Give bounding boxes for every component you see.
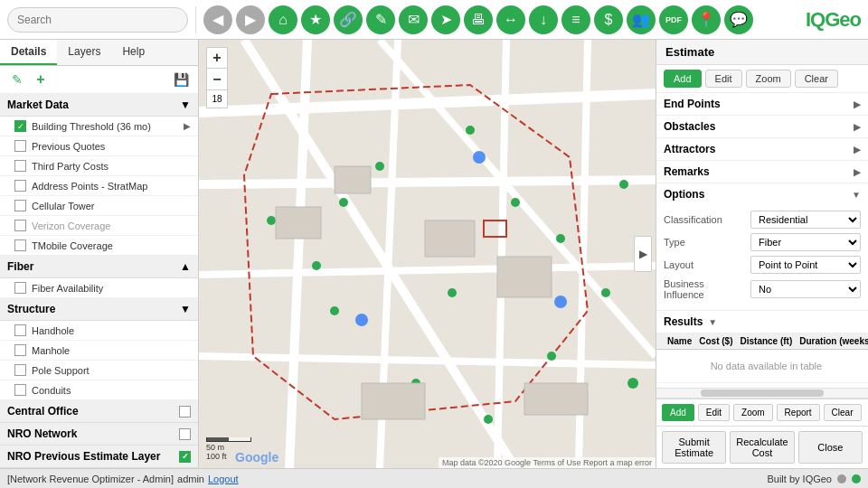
clear-result-button[interactable]: Clear bbox=[824, 404, 862, 421]
status-right: Built by IQGeo bbox=[767, 474, 861, 484]
edit-result-button[interactable]: Edit bbox=[698, 404, 730, 421]
checkbox-fiber-avail[interactable] bbox=[14, 282, 26, 294]
edit-layer-button[interactable]: ✎ bbox=[7, 70, 27, 89]
home-button[interactable]: ⌂ bbox=[269, 5, 297, 34]
results-table: Name Cost ($) Distance (ft) Duration (we… bbox=[656, 333, 868, 388]
share-button[interactable]: ↔ bbox=[496, 5, 525, 34]
layer-prev-quotes: Previous Quotes bbox=[0, 136, 198, 156]
layer-building-threshold: ✓ Building Threshold (36 mo) ▶ bbox=[0, 117, 198, 136]
checkbox-central-office[interactable] bbox=[179, 406, 191, 418]
remarks-header[interactable]: Remarks ▶ bbox=[656, 161, 868, 183]
tab-help[interactable]: Help bbox=[111, 40, 156, 65]
nro-prev-estimate-header[interactable]: NRO Previous Estimate Layer ✓ bbox=[0, 446, 198, 468]
save-layer-button[interactable]: 💾 bbox=[171, 70, 191, 89]
svg-point-17 bbox=[601, 288, 610, 297]
layout-select[interactable]: Point to Point Hub and Spoke bbox=[750, 256, 861, 274]
users-button[interactable]: 👥 bbox=[627, 5, 656, 34]
type-label: Type bbox=[664, 237, 745, 248]
options-label: Options bbox=[664, 188, 704, 201]
nro-network-label: NRO Network bbox=[7, 427, 77, 440]
edit-estimate-button[interactable]: Edit bbox=[705, 70, 742, 88]
menu-button[interactable]: ≡ bbox=[561, 5, 590, 34]
checkbox-tmobile[interactable] bbox=[14, 239, 26, 251]
message-button[interactable]: ✉ bbox=[399, 5, 428, 34]
label-address-points: Address Points - StratMap bbox=[32, 181, 191, 192]
label-handhole: Handhole bbox=[32, 325, 191, 336]
map-area[interactable]: + − 18 ▶ 50 m 100 ft Map data ©2020 Goog… bbox=[199, 40, 656, 468]
svg-point-25 bbox=[339, 198, 348, 207]
market-data-header[interactable]: Market Data ▼ bbox=[0, 94, 198, 117]
link-button[interactable]: 🔗 bbox=[334, 5, 363, 34]
remarks-label: Remarks bbox=[664, 165, 710, 178]
classification-select[interactable]: Residential Commercial bbox=[750, 211, 861, 229]
map-nav-button[interactable]: ▶ bbox=[634, 236, 652, 272]
logo-area: IQGeo bbox=[806, 8, 861, 32]
add-result-button[interactable]: Add bbox=[662, 404, 694, 421]
checkbox-pole-support[interactable] bbox=[14, 364, 26, 376]
central-office-header[interactable]: Central Office bbox=[0, 400, 198, 423]
svg-rect-33 bbox=[362, 383, 425, 419]
business-influence-select[interactable]: No Yes bbox=[750, 280, 861, 298]
col-distance[interactable]: Distance (ft) bbox=[736, 333, 796, 350]
checkbox-verizon[interactable] bbox=[14, 220, 26, 231]
nro-prev-estimate-section: NRO Previous Estimate Layer ✓ ✓ NRO Queu… bbox=[0, 446, 198, 468]
location-button[interactable]: 📍 bbox=[692, 5, 721, 34]
submit-estimate-button[interactable]: Submit Estimate bbox=[662, 431, 726, 464]
nro-network-section: NRO Network bbox=[0, 423, 198, 446]
checkbox-address-points[interactable] bbox=[14, 180, 26, 192]
report-result-button[interactable]: Report bbox=[777, 404, 820, 421]
tab-details[interactable]: Details bbox=[0, 40, 57, 65]
chat-button[interactable]: 💬 bbox=[724, 5, 753, 34]
checkbox-nro-prev-estimate[interactable]: ✓ bbox=[179, 451, 191, 463]
dollar-button[interactable]: $ bbox=[594, 5, 623, 34]
expand-building-threshold[interactable]: ▶ bbox=[184, 121, 191, 131]
checkbox-building-threshold[interactable]: ✓ bbox=[14, 120, 26, 132]
obstacles-header[interactable]: Obstacles ▶ bbox=[656, 116, 868, 137]
print-button[interactable]: 🖶 bbox=[464, 5, 493, 34]
col-name[interactable]: Name bbox=[664, 333, 695, 350]
zoom-result-button[interactable]: Zoom bbox=[733, 404, 773, 421]
nro-network-header[interactable]: NRO Network bbox=[0, 423, 198, 446]
navigate-button[interactable]: ➤ bbox=[431, 5, 460, 34]
col-cost[interactable]: Cost ($) bbox=[695, 333, 736, 350]
zoom-out-button[interactable]: − bbox=[206, 69, 228, 90]
checkbox-prev-quotes[interactable] bbox=[14, 140, 26, 152]
recalculate-cost-button[interactable]: Recalculate Cost bbox=[730, 431, 794, 464]
type-select[interactable]: Fiber Copper bbox=[750, 233, 861, 251]
edit-button[interactable]: ✎ bbox=[366, 5, 395, 34]
svg-point-23 bbox=[484, 415, 493, 424]
map-svg bbox=[199, 40, 656, 468]
add-layer-button[interactable]: + bbox=[31, 70, 51, 89]
search-input[interactable] bbox=[7, 7, 188, 33]
checkbox-handhole[interactable] bbox=[14, 324, 26, 336]
results-header[interactable]: Results ▼ bbox=[656, 311, 868, 333]
close-button[interactable]: Close bbox=[798, 431, 863, 464]
forward-button[interactable]: ▶ bbox=[236, 5, 265, 34]
checkbox-manhole[interactable] bbox=[14, 344, 26, 356]
back-button[interactable]: ◀ bbox=[203, 5, 232, 34]
svg-point-13 bbox=[511, 198, 520, 207]
checkbox-third-party[interactable] bbox=[14, 160, 26, 172]
pdf-button[interactable]: PDF bbox=[659, 5, 688, 34]
label-manhole: Manhole bbox=[32, 345, 191, 356]
download-button[interactable]: ↓ bbox=[529, 5, 558, 34]
structure-header[interactable]: Structure ▼ bbox=[0, 298, 198, 321]
endpoints-header[interactable]: End Points ▶ bbox=[656, 93, 868, 115]
col-duration[interactable]: Duration (weeks) bbox=[796, 333, 868, 350]
add-estimate-button[interactable]: Add bbox=[664, 70, 702, 88]
layer-tmobile: TMobile Coverage bbox=[0, 236, 198, 256]
fiber-header[interactable]: Fiber ▲ bbox=[0, 256, 198, 278]
clear-estimate-button[interactable]: Clear bbox=[795, 70, 838, 88]
favorites-button[interactable]: ★ bbox=[301, 5, 330, 34]
zoom-in-button[interactable]: + bbox=[206, 47, 228, 69]
checkbox-cellular-tower[interactable] bbox=[14, 200, 26, 211]
zoom-estimate-button[interactable]: Zoom bbox=[746, 70, 791, 88]
horizontal-scrollbar[interactable] bbox=[656, 388, 868, 399]
tab-layers[interactable]: Layers bbox=[57, 40, 111, 65]
checkbox-conduits[interactable] bbox=[14, 384, 26, 396]
checkbox-nro-network[interactable] bbox=[179, 428, 191, 440]
layer-conduits: Conduits bbox=[0, 380, 198, 400]
attractors-header[interactable]: Attractors ▶ bbox=[656, 138, 868, 160]
logout-link[interactable]: Logout bbox=[208, 474, 239, 484]
options-header[interactable]: Options ▼ bbox=[656, 183, 868, 205]
